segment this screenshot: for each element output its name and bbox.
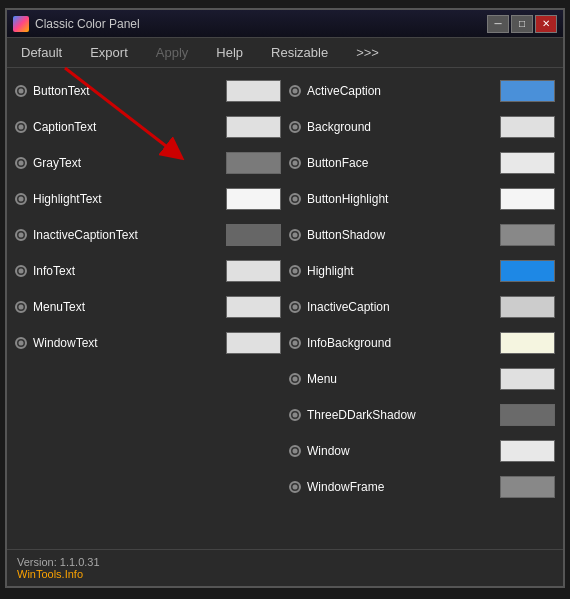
right-color-row: InfoBackground [289, 328, 555, 358]
right-color-row: ButtonFace [289, 148, 555, 178]
left-color-row: InfoText [15, 256, 281, 286]
color-label: Highlight [307, 264, 494, 278]
radio-button[interactable] [15, 193, 27, 205]
left-color-row: InactiveCaptionText [15, 220, 281, 250]
color-label: ButtonHighlight [307, 192, 494, 206]
radio-button[interactable] [289, 445, 301, 457]
radio-button[interactable] [289, 265, 301, 277]
radio-button[interactable] [289, 481, 301, 493]
color-swatch[interactable] [500, 368, 555, 390]
radio-button[interactable] [289, 121, 301, 133]
window-title: Classic Color Panel [35, 17, 487, 31]
right-color-row: Highlight [289, 256, 555, 286]
radio-button[interactable] [15, 85, 27, 97]
color-label: MenuText [33, 300, 220, 314]
radio-button[interactable] [289, 373, 301, 385]
left-color-row: ButtonText [15, 76, 281, 106]
color-swatch[interactable] [500, 476, 555, 498]
color-label: ActiveCaption [307, 84, 494, 98]
left-color-row: GrayText [15, 148, 281, 178]
menu-bar: Default Export Apply Help Resizable >>> [7, 38, 563, 68]
color-label: Background [307, 120, 494, 134]
color-swatch[interactable] [226, 296, 281, 318]
radio-button[interactable] [289, 157, 301, 169]
right-color-row: ThreeDDarkShadow [289, 400, 555, 430]
color-swatch[interactable] [226, 152, 281, 174]
color-label: InfoBackground [307, 336, 494, 350]
right-color-row: Background [289, 112, 555, 142]
color-label: GrayText [33, 156, 220, 170]
radio-button[interactable] [15, 301, 27, 313]
radio-button[interactable] [15, 265, 27, 277]
color-swatch[interactable] [500, 80, 555, 102]
color-swatch[interactable] [500, 260, 555, 282]
color-label: ButtonShadow [307, 228, 494, 242]
color-label: WindowText [33, 336, 220, 350]
color-swatch[interactable] [500, 188, 555, 210]
content-area: ButtonTextCaptionTextGrayTextHighlightTe… [7, 68, 563, 549]
radio-button[interactable] [289, 85, 301, 97]
menu-help[interactable]: Help [212, 43, 247, 62]
color-swatch[interactable] [500, 116, 555, 138]
radio-button[interactable] [289, 409, 301, 421]
color-label: CaptionText [33, 120, 220, 134]
radio-button[interactable] [15, 337, 27, 349]
color-swatch[interactable] [500, 224, 555, 246]
minimize-button[interactable]: ─ [487, 15, 509, 33]
right-color-row: ButtonHighlight [289, 184, 555, 214]
left-color-row: CaptionText [15, 112, 281, 142]
right-color-row: InactiveCaption [289, 292, 555, 322]
color-label: InfoText [33, 264, 220, 278]
color-label: ButtonFace [307, 156, 494, 170]
maximize-button[interactable]: □ [511, 15, 533, 33]
left-color-row: HighlightText [15, 184, 281, 214]
left-color-row: WindowText [15, 328, 281, 358]
radio-button[interactable] [289, 229, 301, 241]
color-swatch[interactable] [226, 116, 281, 138]
color-label: InactiveCaptionText [33, 228, 220, 242]
radio-button[interactable] [289, 193, 301, 205]
radio-button[interactable] [15, 229, 27, 241]
color-swatch[interactable] [226, 80, 281, 102]
left-color-row: MenuText [15, 292, 281, 322]
version-text: Version: 1.1.0.31 [17, 556, 553, 568]
left-color-list: ButtonTextCaptionTextGrayTextHighlightTe… [15, 76, 281, 541]
title-bar: Classic Color Panel ─ □ ✕ [7, 10, 563, 38]
right-color-row: Window [289, 436, 555, 466]
right-color-row: Menu [289, 364, 555, 394]
menu-resizable[interactable]: Resizable [267, 43, 332, 62]
right-color-row: WindowFrame [289, 472, 555, 502]
radio-button[interactable] [15, 157, 27, 169]
color-swatch[interactable] [226, 332, 281, 354]
menu-default[interactable]: Default [17, 43, 66, 62]
color-label: InactiveCaption [307, 300, 494, 314]
color-swatch[interactable] [500, 440, 555, 462]
color-label: Window [307, 444, 494, 458]
right-color-row: ButtonShadow [289, 220, 555, 250]
color-swatch[interactable] [226, 260, 281, 282]
color-swatch[interactable] [226, 188, 281, 210]
menu-export[interactable]: Export [86, 43, 132, 62]
app-icon [13, 16, 29, 32]
color-swatch[interactable] [500, 296, 555, 318]
radio-button[interactable] [15, 121, 27, 133]
footer: Version: 1.1.0.31 WinTools.Info [7, 549, 563, 586]
radio-button[interactable] [289, 337, 301, 349]
right-color-row: ActiveCaption [289, 76, 555, 106]
color-label: HighlightText [33, 192, 220, 206]
close-button[interactable]: ✕ [535, 15, 557, 33]
color-swatch[interactable] [500, 404, 555, 426]
main-window: Classic Color Panel ─ □ ✕ Default Export… [5, 8, 565, 588]
window-controls: ─ □ ✕ [487, 15, 557, 33]
menu-apply[interactable]: Apply [152, 43, 193, 62]
wintools-link[interactable]: WinTools.Info [17, 568, 553, 580]
color-swatch[interactable] [500, 332, 555, 354]
menu-more[interactable]: >>> [352, 43, 383, 62]
color-swatch[interactable] [226, 224, 281, 246]
color-swatch[interactable] [500, 152, 555, 174]
color-label: Menu [307, 372, 494, 386]
color-label: ButtonText [33, 84, 220, 98]
right-color-list: ActiveCaptionBackgroundButtonFaceButtonH… [289, 76, 555, 541]
radio-button[interactable] [289, 301, 301, 313]
color-label: WindowFrame [307, 480, 494, 494]
